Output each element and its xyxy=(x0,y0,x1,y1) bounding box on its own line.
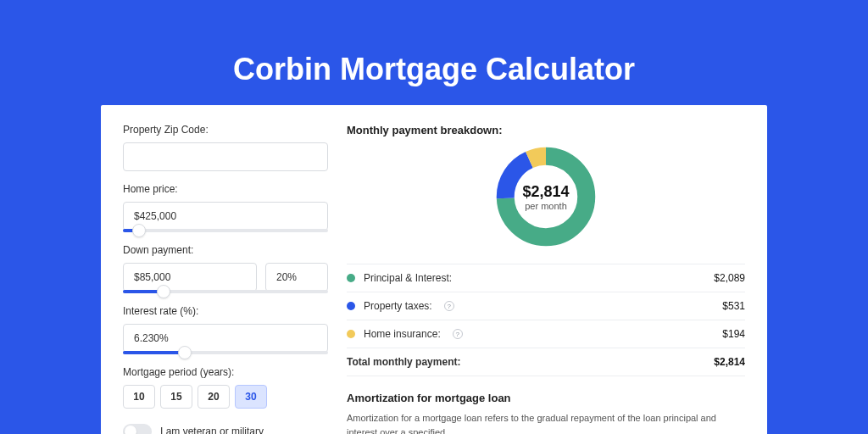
legend-dot xyxy=(347,302,355,310)
donut-sub: per month xyxy=(525,201,567,211)
legend-total-row: Total monthly payment:$2,814 xyxy=(347,348,745,376)
period-option-20[interactable]: 20 xyxy=(198,385,230,409)
period-options: 10152030 xyxy=(123,385,328,409)
legend-value: $194 xyxy=(722,328,745,340)
legend-row: Principal & Interest:$2,089 xyxy=(347,264,745,292)
down-payment-slider[interactable] xyxy=(123,290,328,293)
period-option-15[interactable]: 15 xyxy=(160,385,192,409)
down-payment-field: Down payment: xyxy=(123,244,328,293)
zip-input[interactable] xyxy=(123,142,328,171)
donut-amount: $2,814 xyxy=(522,183,569,201)
info-icon[interactable]: ? xyxy=(453,329,463,339)
interest-slider[interactable] xyxy=(123,351,328,354)
interest-label: Interest rate (%): xyxy=(123,305,328,317)
period-label: Mortgage period (years): xyxy=(123,366,328,378)
slider-thumb[interactable] xyxy=(178,346,192,359)
legend-row: Property taxes:?$531 xyxy=(347,292,745,320)
down-payment-label: Down payment: xyxy=(123,244,328,256)
zip-label: Property Zip Code: xyxy=(123,124,328,136)
legend: Principal & Interest:$2,089Property taxe… xyxy=(347,264,745,376)
inputs-panel: Property Zip Code: Home price: Down paym… xyxy=(123,124,328,410)
legend-total-value: $2,814 xyxy=(714,356,745,368)
period-field: Mortgage period (years): 10152030 xyxy=(123,366,328,409)
amortization-text: Amortization for a mortgage loan refers … xyxy=(347,411,745,434)
home-price-field: Home price: xyxy=(123,183,328,232)
veteran-toggle[interactable] xyxy=(123,424,152,434)
legend-dot xyxy=(347,274,355,282)
veteran-label: I am veteran or military xyxy=(160,426,264,434)
home-price-label: Home price: xyxy=(123,183,328,195)
down-payment-pct-input[interactable] xyxy=(265,263,328,292)
calculator-card: Property Zip Code: Home price: Down paym… xyxy=(101,105,767,434)
slider-thumb[interactable] xyxy=(157,285,170,298)
legend-name: Principal & Interest: xyxy=(364,272,452,284)
interest-input[interactable] xyxy=(123,324,328,353)
period-option-30[interactable]: 30 xyxy=(235,385,267,409)
home-price-slider[interactable] xyxy=(123,229,328,232)
breakdown-title: Monthly payment breakdown: xyxy=(347,124,745,136)
legend-dot xyxy=(347,330,355,338)
legend-value: $531 xyxy=(722,300,745,312)
donut-chart-wrap: $2,814 per month xyxy=(347,143,745,250)
interest-field: Interest rate (%): xyxy=(123,305,328,354)
amortization-title: Amortization for mortgage loan xyxy=(347,392,745,404)
legend-value: $2,089 xyxy=(714,272,745,284)
legend-name: Property taxes: xyxy=(364,300,432,312)
legend-total-label: Total monthly payment: xyxy=(347,356,460,368)
legend-name: Home insurance: xyxy=(364,328,441,340)
zip-field: Property Zip Code: xyxy=(123,124,328,171)
legend-row: Home insurance:?$194 xyxy=(347,320,745,348)
slider-thumb[interactable] xyxy=(132,224,146,237)
period-option-10[interactable]: 10 xyxy=(123,385,155,409)
page-title: Corbin Mortgage Calculator xyxy=(0,0,868,105)
slider-fill xyxy=(123,351,185,354)
home-price-input[interactable] xyxy=(123,202,328,231)
down-payment-input[interactable] xyxy=(123,263,257,292)
donut-chart: $2,814 per month xyxy=(492,143,599,250)
veteran-row: I am veteran or military xyxy=(123,424,328,434)
info-icon[interactable]: ? xyxy=(444,301,454,311)
donut-center: $2,814 per month xyxy=(492,143,599,250)
breakdown-panel: Monthly payment breakdown: $2,814 per mo… xyxy=(347,124,745,410)
